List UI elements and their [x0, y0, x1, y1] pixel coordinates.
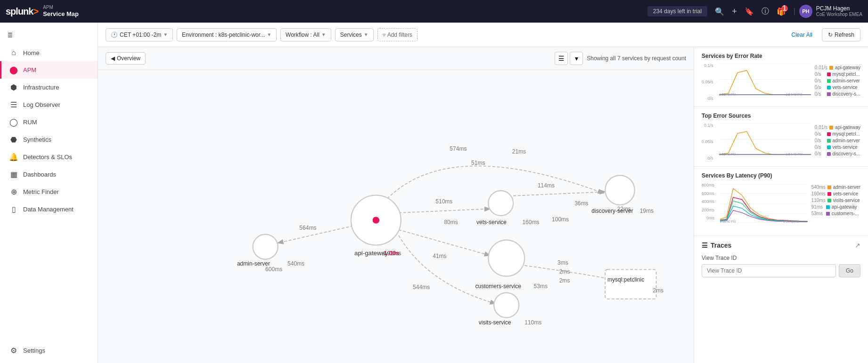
- gift-icon[interactable]: 🎁 1: [777, 7, 786, 16]
- apm-icon: ⬤: [9, 65, 18, 74]
- user-menu[interactable]: PH PCJM Hagen CoE Workshop EMEA: [799, 5, 862, 18]
- sidebar-item-detectors[interactable]: 🔔 Detectors & SLOs: [0, 148, 98, 166]
- error-rate-title: Services by Error Rate: [702, 53, 860, 59]
- lat-legend-2: 110ms visits-service: [811, 198, 860, 203]
- traces-title: ☰ Traces: [702, 242, 731, 249]
- sidebar-item-log-observer[interactable]: ☰ Log Observer: [0, 96, 98, 113]
- svg-text:vets-service: vets-service: [476, 219, 507, 226]
- latency-title: Services By Latency (P90): [702, 172, 860, 179]
- logo-area: splunk> APM Service Map: [6, 5, 81, 18]
- refresh-button[interactable]: ↻ Refresh: [822, 28, 860, 41]
- ly-label-2: 400ms: [702, 199, 714, 204]
- sidebar-item-synthetics[interactable]: ⬣ Synthetics: [0, 131, 98, 148]
- lat-label-1: vets-service: [833, 191, 858, 196]
- traces-section: ☰ Traces ↗ View Trace ID Go: [694, 236, 868, 363]
- add-filters-label: Add filters: [387, 32, 412, 38]
- lat-legend-1: 160ms vets-service: [811, 191, 860, 196]
- user-name: PCJM Hagen: [816, 5, 862, 12]
- sidebar-item-rum[interactable]: ◯ RUM: [0, 113, 98, 131]
- detectors-icon: 🔔: [9, 153, 18, 161]
- error-sources-legend: 0.01/s api-gateway 0/s mysql:petcl... 0: [815, 123, 860, 161]
- overview-button[interactable]: ◀ Overview: [106, 52, 146, 65]
- data-management-icon: ▯: [9, 205, 18, 214]
- svg-rect-40: [605, 269, 656, 299]
- sidebar-item-metric-finder[interactable]: ⊕ Metric Finder: [0, 183, 98, 201]
- svg-text:19ms: 19ms: [640, 208, 654, 214]
- services-latency-section: Services By Latency (P90) 800ms 600ms 40…: [694, 167, 868, 236]
- latency-chart: 2:52:40 PM 2:54:40 PM: [720, 183, 808, 230]
- error-rate-y-axis: 0.1/s 0.05/s 0/s: [702, 63, 713, 101]
- sidebar-label-home: Home: [23, 49, 40, 56]
- y2-label-0: 0.1/s: [704, 123, 713, 128]
- sidebar-item-settings[interactable]: ⚙ Settings: [0, 342, 98, 359]
- top-error-sources-section: Top Error Sources 0.1/s 0.05/s 0/s: [694, 107, 868, 167]
- environment-filter-button[interactable]: Environment : k8s-petclinic-wor... ▼: [177, 28, 277, 41]
- services-filter-button[interactable]: Services ▼: [335, 28, 374, 41]
- time-filter-button[interactable]: 🕐 CET +01:00 -2m ▼: [106, 28, 173, 41]
- es-legend-item-3: 0/s vets-service: [815, 145, 860, 150]
- sidebar-item-home[interactable]: ⌂ Home: [0, 44, 98, 61]
- trial-badge: 234 days left in trial: [647, 6, 707, 16]
- metric-finder-icon: ⊕: [9, 187, 18, 196]
- y2-label-1: 0.05/s: [702, 139, 713, 144]
- legend-item-1: 0/s mysql:petcl...: [815, 72, 860, 77]
- help-icon[interactable]: ⓘ: [762, 7, 769, 16]
- clear-all-button[interactable]: Clear All: [786, 29, 818, 41]
- lat-legend-0: 540ms admin-server: [811, 185, 860, 190]
- svg-text:564ms: 564ms: [299, 225, 316, 231]
- infrastructure-icon: ⬢: [9, 83, 18, 92]
- ly-label-4: 0ms: [706, 216, 714, 220]
- svg-text:2ms: 2ms: [653, 287, 663, 294]
- latency-legend: 540ms admin-server 160ms vets-service 11…: [811, 183, 860, 230]
- sidebar: ☰ ⌂ Home ⬤ APM ⬢ Infrastructure ☰ Log Ob…: [0, 23, 98, 363]
- svg-text:53ms: 53ms: [534, 283, 548, 290]
- content-area: 🕐 CET +01:00 -2m ▼ Environment : k8s-pet…: [98, 23, 868, 363]
- sidebar-item-data-management[interactable]: ▯ Data Management: [0, 201, 98, 218]
- sidebar-item-infrastructure[interactable]: ⬢ Infrastructure: [0, 79, 98, 96]
- svg-text:41ms: 41ms: [433, 253, 446, 259]
- bookmark-icon[interactable]: 🔖: [745, 7, 754, 16]
- sidebar-item-apm[interactable]: ⬤ APM: [0, 61, 98, 79]
- notification-count: 1: [781, 5, 788, 12]
- y-label-1: 0.05/s: [702, 80, 713, 84]
- sidebar-toggle[interactable]: ☰: [0, 26, 98, 44]
- lat-legend-4: 53ms customers-...: [811, 211, 860, 216]
- refresh-label: Refresh: [835, 32, 854, 38]
- svg-point-28: [488, 191, 513, 216]
- error-rate-chart-area: 0.1/s 0.05/s 0/s: [702, 63, 860, 101]
- map-info: Showing all 7 services by request count: [587, 55, 686, 62]
- back-icon: ◀: [111, 55, 115, 62]
- svg-text:discovery-server: discovery-server: [591, 208, 633, 214]
- services-error-rate-section: Services by Error Rate 0.1/s 0.05/s 0/s: [694, 47, 868, 107]
- toolbar: 🕐 CET +01:00 -2m ▼ Environment : k8s-pet…: [98, 23, 868, 47]
- search-icon[interactable]: 🔍: [715, 7, 724, 16]
- svg-text:21ms: 21ms: [512, 148, 526, 155]
- trace-id-label: View Trace ID: [702, 255, 860, 261]
- top-navigation: splunk> APM Service Map 234 days left in…: [0, 0, 868, 23]
- sidebar-item-dashboards[interactable]: ▦ Dashboards: [0, 166, 98, 183]
- svg-text:2:52:40 PM: 2:52:40 PM: [719, 153, 736, 156]
- add-filters-button[interactable]: ▿ Add filters: [377, 28, 418, 41]
- svg-text:91ms: 91ms: [387, 250, 401, 257]
- svg-text:600ms: 600ms: [265, 266, 282, 273]
- svg-line-12: [513, 192, 605, 195]
- error-sources-chart-area: 0.1/s 0.05/s 0/s: [702, 123, 860, 161]
- map-container: ◀ Overview ☰ ▾ Showing all 7 services by…: [98, 47, 868, 363]
- traces-expand-icon[interactable]: ↗: [855, 242, 860, 249]
- add-icon[interactable]: +: [732, 7, 737, 16]
- workflow-filter-button[interactable]: Workflow : All ▼: [280, 28, 331, 41]
- sidebar-label-detectors: Detectors & SLOs: [23, 153, 72, 161]
- svg-point-31: [488, 240, 524, 276]
- svg-point-25: [373, 217, 379, 223]
- map-expand-button[interactable]: ▾: [570, 52, 583, 65]
- trace-go-button[interactable]: Go: [839, 264, 860, 277]
- svg-text:114ms: 114ms: [538, 182, 555, 189]
- ly-label-0: 800ms: [702, 183, 714, 187]
- time-filter-label: CET +01:00 -2m: [120, 32, 161, 38]
- svg-text:api-gateway: api-gateway: [354, 250, 388, 257]
- main-layout: ☰ ⌂ Home ⬤ APM ⬢ Infrastructure ☰ Log Ob…: [0, 23, 868, 363]
- app-title: APM Service Map: [43, 5, 79, 18]
- map-settings-button[interactable]: ☰: [555, 52, 568, 65]
- lat-label-2: visits-service: [833, 198, 860, 203]
- trace-id-input[interactable]: [702, 264, 836, 277]
